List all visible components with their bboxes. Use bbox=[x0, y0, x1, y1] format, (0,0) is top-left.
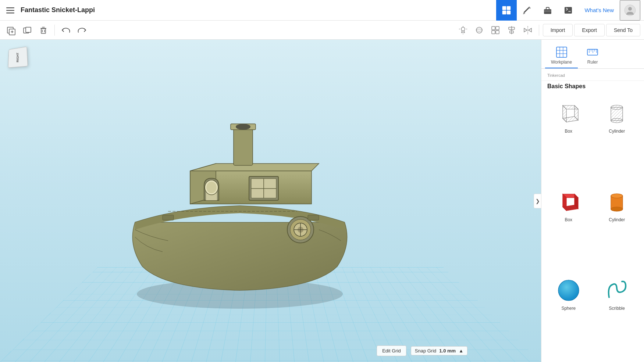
svg-rect-30 bbox=[496, 26, 499, 30]
cylinder-gray-label: Cylinder bbox=[609, 129, 625, 134]
edit-grid-button[interactable]: Edit Grid bbox=[377, 345, 406, 356]
grid-view-button[interactable] bbox=[496, 0, 517, 21]
svg-point-75 bbox=[611, 105, 623, 110]
light-tool-button[interactable] bbox=[456, 23, 470, 37]
svg-rect-9 bbox=[565, 7, 572, 14]
panel-collapse-button[interactable]: ❯ bbox=[534, 194, 541, 208]
duplicate-button[interactable] bbox=[20, 23, 35, 37]
svg-rect-3 bbox=[502, 6, 506, 10]
suitcase-button[interactable] bbox=[537, 0, 558, 21]
undo-button[interactable] bbox=[58, 23, 73, 37]
project-title: Fantastic Snicket-Lappi bbox=[21, 6, 496, 14]
svg-rect-4 bbox=[507, 6, 510, 10]
shape-item-scribble[interactable]: Scribble bbox=[594, 273, 640, 359]
shape-item-sphere-blue[interactable]: Sphere bbox=[546, 273, 591, 359]
box-red-label: Box bbox=[565, 217, 572, 222]
scribble-label: Scribble bbox=[609, 306, 625, 311]
svg-point-83 bbox=[611, 207, 623, 211]
scribble-icon bbox=[604, 277, 630, 304]
svg-rect-18 bbox=[41, 29, 46, 33]
shape-item-box-gray[interactable]: Box bbox=[546, 96, 591, 182]
svg-point-22 bbox=[461, 27, 465, 31]
shape-item-cylinder-orange[interactable]: Cylinder bbox=[594, 185, 640, 270]
main-area: RIGHT bbox=[0, 40, 644, 362]
box-gray-label: Box bbox=[565, 129, 572, 134]
svg-rect-5 bbox=[502, 11, 506, 14]
mirror-tool-button[interactable] bbox=[520, 23, 535, 37]
nav-actions: What's New bbox=[496, 0, 640, 21]
bottom-controls: Edit Grid Snap Grid 1.0 mm ▲ bbox=[377, 345, 467, 356]
sphere-blue-icon bbox=[555, 277, 582, 304]
group-tool-button[interactable] bbox=[488, 23, 503, 37]
whats-new-button[interactable]: What's New bbox=[579, 0, 620, 21]
snap-grid-label: Snap Grid bbox=[415, 348, 437, 354]
view-cube-face[interactable]: RIGHT bbox=[8, 47, 28, 68]
shape-item-cylinder-gray[interactable]: Cylinder bbox=[594, 96, 640, 182]
snap-grid-value: 1.0 mm bbox=[439, 348, 456, 354]
svg-rect-29 bbox=[492, 26, 495, 30]
svg-rect-32 bbox=[496, 31, 499, 34]
import-button[interactable]: Import bbox=[543, 24, 573, 36]
right-panel: Workplane Ruler Tinkercad Basic Sh bbox=[541, 40, 644, 362]
svg-marker-38 bbox=[529, 28, 531, 32]
svg-rect-8 bbox=[544, 11, 551, 11]
svg-rect-62 bbox=[587, 49, 598, 55]
svg-marker-37 bbox=[524, 28, 527, 32]
svg-point-82 bbox=[611, 194, 623, 198]
toolbar-separator-1 bbox=[54, 25, 55, 36]
svg-rect-2 bbox=[6, 12, 14, 14]
shapes-category: Tinkercad bbox=[541, 69, 644, 81]
top-navigation: Fantastic Snicket-Lappi bbox=[0, 0, 644, 21]
svg-rect-0 bbox=[6, 7, 14, 8]
box-red-icon bbox=[555, 189, 582, 215]
svg-rect-17 bbox=[26, 27, 31, 32]
hammer-button[interactable] bbox=[517, 0, 537, 21]
svg-rect-56 bbox=[308, 215, 319, 220]
svg-rect-7 bbox=[544, 9, 551, 14]
shapes-grid: Box bbox=[541, 93, 644, 362]
code-button[interactable] bbox=[558, 0, 579, 21]
delete-button[interactable] bbox=[36, 23, 51, 37]
user-avatar-button[interactable] bbox=[620, 0, 640, 21]
svg-point-76 bbox=[611, 118, 623, 123]
sphere-blue-label: Sphere bbox=[561, 306, 576, 311]
svg-point-84 bbox=[558, 280, 579, 301]
shapes-title: Basic Shapes bbox=[541, 81, 644, 93]
3d-viewport[interactable]: RIGHT bbox=[0, 40, 541, 362]
tab-ruler[interactable]: Ruler bbox=[578, 43, 607, 68]
svg-rect-31 bbox=[492, 31, 495, 34]
svg-point-27 bbox=[476, 27, 482, 33]
snap-grid-control: Snap Grid 1.0 mm ▲ bbox=[411, 346, 467, 355]
svg-rect-6 bbox=[507, 11, 510, 14]
box-gray-icon bbox=[555, 100, 582, 126]
cylinder-orange-label: Cylinder bbox=[609, 217, 625, 222]
new-object-button[interactable] bbox=[4, 23, 18, 37]
workplane-label: Workplane bbox=[551, 60, 572, 65]
export-button[interactable]: Export bbox=[574, 24, 604, 36]
canvas[interactable]: RIGHT bbox=[0, 40, 541, 362]
svg-point-41 bbox=[206, 182, 217, 193]
svg-rect-1 bbox=[6, 10, 14, 11]
shape-tool-button[interactable] bbox=[472, 23, 487, 37]
svg-rect-57 bbox=[556, 47, 567, 57]
panel-tabs: Workplane Ruler bbox=[541, 40, 644, 69]
view-cube-label: RIGHT bbox=[16, 52, 19, 62]
svg-rect-46 bbox=[234, 125, 253, 165]
redo-button[interactable] bbox=[75, 23, 89, 37]
toolbar: Import Export Send To bbox=[0, 21, 644, 40]
snap-grid-arrow[interactable]: ▲ bbox=[459, 348, 463, 354]
workplane-icon bbox=[556, 46, 567, 58]
svg-point-11 bbox=[628, 7, 632, 11]
tab-workplane[interactable]: Workplane bbox=[545, 43, 578, 68]
cylinder-orange-icon bbox=[604, 189, 630, 215]
align-tool-button[interactable] bbox=[504, 23, 519, 37]
view-cube[interactable]: RIGHT bbox=[7, 47, 29, 76]
ruler-label: Ruler bbox=[587, 60, 598, 65]
boat-model bbox=[106, 90, 381, 312]
ruler-icon bbox=[587, 46, 598, 58]
svg-point-48 bbox=[236, 124, 250, 130]
send-to-button[interactable]: Send To bbox=[606, 24, 640, 36]
menu-icon[interactable] bbox=[4, 4, 17, 17]
shape-item-box-red[interactable]: Box bbox=[546, 185, 591, 270]
cylinder-gray-icon bbox=[604, 100, 630, 126]
